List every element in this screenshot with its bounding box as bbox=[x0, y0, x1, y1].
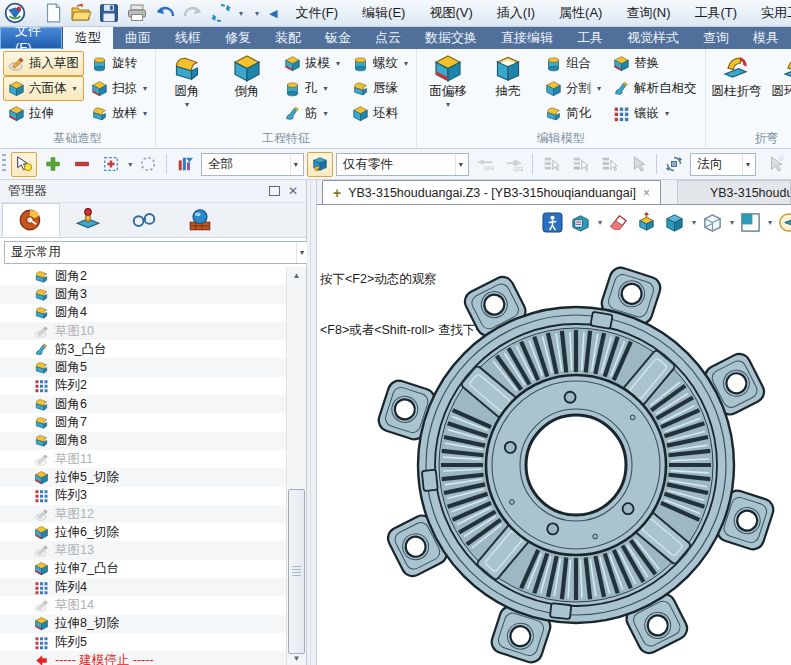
tab-assembly-manager[interactable] bbox=[60, 203, 116, 237]
exit-sketch-button[interactable] bbox=[541, 211, 564, 234]
clipped-circle-button[interactable] bbox=[777, 211, 791, 234]
ribbon-tab-直接编辑[interactable]: 直接编辑 bbox=[489, 27, 565, 49]
ribbon-tab-修复[interactable]: 修复 bbox=[213, 27, 263, 49]
undo-icon[interactable] bbox=[154, 3, 176, 23]
tab-visual-manager[interactable] bbox=[116, 203, 172, 237]
tree-item[interactable]: 圆角2 bbox=[0, 267, 286, 285]
ribbon-button[interactable]: 解析自相交 bbox=[608, 76, 702, 101]
menu-item[interactable]: 视图(V) bbox=[429, 4, 472, 22]
dropdown-icon[interactable]: ▾ bbox=[143, 109, 147, 118]
cursor-ghost-button[interactable] bbox=[763, 152, 789, 177]
ribbon-button[interactable]: 放样▾ bbox=[86, 101, 152, 126]
tree-item[interactable]: 阵列4 bbox=[0, 578, 286, 596]
attribute-box-button[interactable] bbox=[569, 211, 592, 234]
pick-scope-combo[interactable]: 仅有零件 ▾ bbox=[336, 153, 469, 176]
combo-arrow-icon[interactable]: ▾ bbox=[296, 242, 307, 263]
menu-item[interactable]: 编辑(E) bbox=[362, 4, 405, 22]
ribbon-tab-造型[interactable]: 造型 bbox=[63, 27, 113, 49]
pick-box-button[interactable] bbox=[98, 152, 124, 177]
ribbon-button[interactable]: 旋转 bbox=[86, 51, 152, 76]
document-tab-inactive[interactable]: YB3-315houdu bbox=[677, 180, 791, 204]
ribbon-tab-曲面[interactable]: 曲面 bbox=[113, 27, 163, 49]
ribbon-button-big[interactable]: 圆环折弯 bbox=[769, 51, 791, 100]
ribbon-button[interactable]: 组合 bbox=[540, 51, 606, 76]
ribbon-button[interactable]: 拉伸 bbox=[3, 101, 84, 126]
scrollbar-thumb[interactable] bbox=[288, 489, 305, 654]
combo-arrow-icon[interactable]: ▾ bbox=[290, 154, 301, 175]
panel-splitter[interactable] bbox=[307, 180, 317, 665]
view-corner-button[interactable] bbox=[739, 211, 762, 234]
ribbon-button[interactable]: 坯料 bbox=[347, 101, 413, 126]
ribbon-button[interactable]: 螺纹▾ bbox=[347, 51, 413, 76]
tree-item[interactable]: 圆角6 bbox=[0, 395, 286, 413]
shaded-dropdown-icon[interactable]: ▾ bbox=[692, 218, 696, 227]
dropdown-icon[interactable]: ▾ bbox=[336, 59, 340, 68]
ribbon-tab-工具[interactable]: 工具 bbox=[565, 27, 615, 49]
wireframe-display-button[interactable] bbox=[701, 211, 724, 234]
view-corner-dropdown-icon[interactable]: ▾ bbox=[768, 218, 772, 227]
menu-item[interactable]: 属性(A) bbox=[559, 4, 602, 22]
menu-item[interactable]: 工具(T) bbox=[694, 4, 737, 22]
add-pick-button[interactable] bbox=[40, 152, 66, 177]
tree-item[interactable]: 草图11 bbox=[0, 450, 286, 468]
tree-item[interactable]: 草图12 bbox=[0, 505, 286, 523]
ribbon-button-big[interactable]: 面偏移▾ bbox=[420, 51, 476, 109]
ribbon-tab-模具[interactable]: 模具 bbox=[741, 27, 791, 49]
slider-a-button[interactable]: QFE bbox=[472, 152, 498, 177]
scope-pick-button[interactable] bbox=[307, 152, 333, 177]
viewport[interactable]: ▾ ▾ ▾ bbox=[317, 205, 791, 665]
reorient-button[interactable] bbox=[661, 152, 687, 177]
tree-item[interactable]: 圆角8 bbox=[0, 432, 286, 450]
shaded-display-button[interactable] bbox=[663, 211, 686, 234]
scrollbar-track[interactable] bbox=[287, 283, 306, 650]
tree-item[interactable]: 圆角4 bbox=[0, 304, 286, 322]
ribbon-button-big[interactable]: 倒角 bbox=[219, 51, 275, 100]
ribbon-button[interactable]: 镶嵌▾ bbox=[608, 101, 702, 126]
ribbon-tab-钣金[interactable]: 钣金 bbox=[313, 27, 363, 49]
dropdown-icon[interactable]: ▾ bbox=[597, 84, 601, 93]
color-filter-button[interactable] bbox=[172, 152, 198, 177]
ribbon-tab-数据交换[interactable]: 数据交换 bbox=[413, 27, 489, 49]
redo-icon[interactable] bbox=[182, 3, 204, 23]
combo-arrow-icon[interactable]: ▾ bbox=[742, 154, 753, 175]
dropdown-icon[interactable]: ▾ bbox=[143, 84, 147, 93]
ribbon-button-big[interactable]: 圆角▾ bbox=[159, 51, 215, 109]
panel-close-icon[interactable]: ✕ bbox=[288, 184, 298, 198]
ribbon-button[interactable]: 插入草图 bbox=[3, 51, 84, 76]
view-rotate-dropdown-icon[interactable]: ▾ bbox=[239, 9, 243, 18]
attribute-dropdown-icon[interactable]: ▾ bbox=[598, 218, 602, 227]
dropdown-icon[interactable]: ▾ bbox=[73, 84, 77, 93]
tree-item[interactable]: 草图13 bbox=[0, 541, 286, 559]
view-rotate-icon[interactable] bbox=[210, 3, 232, 23]
dropdown-icon[interactable]: ▾ bbox=[324, 84, 328, 93]
save-icon[interactable] bbox=[98, 3, 120, 23]
ribbon-tab-视觉样式[interactable]: 视觉样式 bbox=[615, 27, 691, 49]
dropdown-icon[interactable]: ▾ bbox=[665, 109, 669, 118]
scroll-up-icon[interactable]: ▲ bbox=[287, 267, 306, 283]
remove-pick-button[interactable] bbox=[69, 152, 95, 177]
new-file-icon[interactable] bbox=[42, 3, 64, 23]
slider-b-button[interactable]: QFE bbox=[501, 152, 527, 177]
cursor-pick-button[interactable] bbox=[625, 152, 651, 177]
wireframe-dropdown-icon[interactable]: ▾ bbox=[730, 218, 734, 227]
tree-item[interactable]: 拉伸7_凸台 bbox=[0, 560, 286, 578]
menu-item[interactable]: 查询(N) bbox=[626, 4, 670, 22]
dropdown-icon[interactable]: ▾ bbox=[446, 100, 450, 109]
toolbar-grip[interactable] bbox=[2, 154, 6, 174]
ribbon-button[interactable]: 唇缘 bbox=[347, 76, 413, 101]
tree-item[interactable]: 圆角5 bbox=[0, 358, 286, 376]
menu-item[interactable]: 实用工具(U) bbox=[761, 4, 791, 22]
lasso-pick-button[interactable] bbox=[135, 152, 161, 177]
ribbon-button[interactable]: 简化 bbox=[540, 101, 606, 126]
tree-item[interactable]: 圆角3 bbox=[0, 285, 286, 303]
open-file-icon[interactable] bbox=[70, 3, 92, 23]
ribbon-tab-线框[interactable]: 线框 bbox=[163, 27, 213, 49]
combo-arrow-icon[interactable]: ▾ bbox=[455, 154, 466, 175]
tree-item[interactable]: 圆角7 bbox=[0, 413, 286, 431]
document-tab-active[interactable]: + YB3-315houduangai.Z3 - [YB3-315houqian… bbox=[322, 180, 661, 204]
ribbon-button[interactable]: 拔模▾ bbox=[279, 51, 345, 76]
tree-item[interactable]: 拉伸8_切除 bbox=[0, 615, 286, 633]
list-pick-1-button[interactable] bbox=[538, 152, 564, 177]
collapse-menu-icon[interactable]: ◀ bbox=[269, 7, 277, 20]
tree-item[interactable]: 拉伸5_切除 bbox=[0, 468, 286, 486]
